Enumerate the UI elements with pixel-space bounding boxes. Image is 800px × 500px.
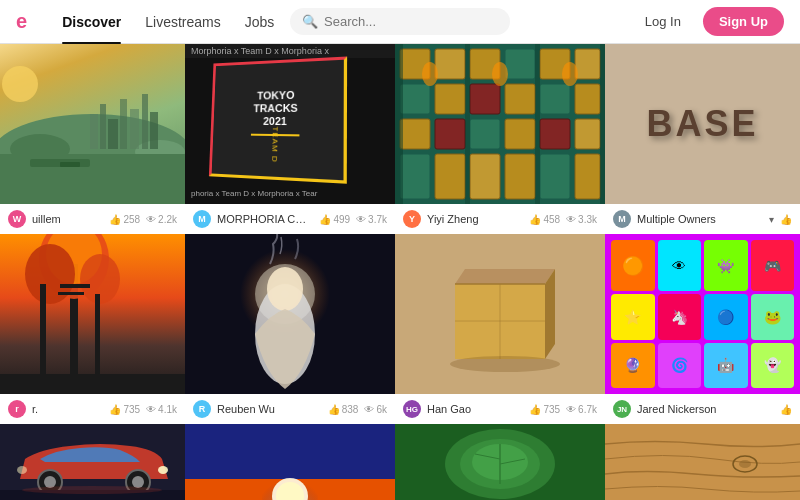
likes-stat: 👍	[780, 214, 792, 225]
card-footer-2-2: R Reuben Wu 👍 838 👁 6k	[185, 394, 395, 424]
card-footer-1-3: Y Yiyi Zheng 👍 458 👁 3.3k	[395, 204, 605, 234]
card-footer-2-4: JN Jared Nickerson 👍	[605, 394, 800, 424]
like-icon: 👍	[529, 404, 541, 415]
likes-stat: 👍 258	[109, 214, 140, 225]
logo: e	[16, 10, 26, 33]
svg-rect-10	[120, 99, 127, 149]
avatar: R	[193, 400, 211, 418]
signup-button[interactable]: Sign Up	[703, 7, 784, 36]
svg-rect-40	[465, 44, 470, 204]
svg-rect-6	[60, 162, 80, 167]
card-2-3[interactable]: HG Han Gao 👍 735 👁 6.7k	[395, 234, 605, 424]
author-name: uillem	[32, 213, 103, 225]
card-3-1[interactable]	[0, 424, 185, 500]
card-2-1[interactable]: r r. 👍 735 👁 4.1k	[0, 234, 185, 424]
svg-point-79	[22, 486, 162, 494]
card-3-2[interactable]	[185, 424, 395, 500]
avatar: HG	[403, 400, 421, 418]
card-footer-2-1: r r. 👍 735 👁 4.1k	[0, 394, 185, 424]
card-1-1[interactable]: W uillem 👍 258 👁 2.2k	[0, 44, 185, 234]
svg-rect-3	[0, 154, 185, 204]
avatar: JN	[613, 400, 631, 418]
card-2-4[interactable]: 🟠 👁 👾 🎮 ⭐ 🦄 🔵 🐸 🔮 🌀 🤖 👻 JN Jared Nickers…	[605, 234, 800, 424]
svg-marker-63	[455, 269, 555, 284]
author-name: MORPHORIA COLLECTIVE	[217, 213, 313, 225]
author-name: Reuben Wu	[217, 403, 322, 415]
like-icon: 👍	[109, 214, 121, 225]
search-input[interactable]	[324, 14, 498, 29]
card-1-3[interactable]: Y Yiyi Zheng 👍 458 👁 3.3k	[395, 44, 605, 234]
likes-stat: 👍 838	[328, 404, 359, 415]
views-stat: 👁 6k	[364, 404, 387, 415]
like-icon: 👍	[529, 214, 541, 225]
svg-rect-7	[90, 114, 98, 149]
thumbnail-architecture	[395, 44, 605, 204]
svg-rect-26	[575, 84, 600, 114]
svg-rect-36	[505, 154, 535, 199]
svg-point-45	[562, 62, 578, 86]
author-name: Jared Nickerson	[637, 403, 774, 415]
card-footer-1-2: M MORPHORIA COLLECTIVE 👍 499 👁 3.7k	[185, 204, 395, 234]
dropdown-arrow[interactable]: ▾	[769, 214, 774, 225]
card-1-4[interactable]: BASE M Multiple Owners ▾ 👍	[605, 44, 800, 234]
likes-stat: 👍 458	[529, 214, 560, 225]
svg-rect-21	[400, 84, 430, 114]
thumbnail-car	[0, 424, 185, 500]
thumbnail-leaf	[395, 424, 605, 500]
svg-rect-54	[60, 284, 90, 288]
login-button[interactable]: Log In	[633, 8, 693, 35]
nav-item-livestreams[interactable]: Livestreams	[133, 0, 232, 44]
search-icon: 🔍	[302, 14, 318, 29]
svg-rect-23	[470, 84, 500, 114]
thumbnail-album: Morphoria x Team D x Morphoria x TOKYOTR…	[185, 44, 395, 204]
thumbnail-monsters: 🟠 👁 👾 🎮 ⭐ 🦄 🔵 🐸 🔮 🌀 🤖 👻	[605, 234, 800, 394]
header: e Discover Livestreams Jobs 🔍 Log In Sig…	[0, 0, 800, 44]
main-content[interactable]: W uillem 👍 258 👁 2.2k Morphoria x Team D…	[0, 44, 800, 500]
card-3-4[interactable]	[605, 424, 800, 500]
thumbnail-base: BASE	[605, 44, 800, 204]
figure-illustration	[185, 234, 395, 394]
card-3-3[interactable]	[395, 424, 605, 500]
author-name: Multiple Owners	[637, 213, 763, 225]
like-icon: 👍	[319, 214, 331, 225]
svg-rect-37	[540, 154, 570, 199]
svg-rect-22	[435, 84, 465, 114]
svg-rect-8	[100, 104, 106, 149]
svg-point-73	[44, 476, 56, 488]
avatar: Y	[403, 210, 421, 228]
svg-rect-20	[575, 49, 600, 79]
leaf-illustration	[395, 424, 605, 500]
views-stat: 👁 6.7k	[566, 404, 597, 415]
svg-rect-38	[575, 154, 600, 199]
like-icon: 👍	[328, 404, 340, 415]
card-row-1: W uillem 👍 258 👁 2.2k Morphoria x Team D…	[0, 44, 800, 234]
avatar: W	[8, 210, 26, 228]
svg-rect-29	[470, 119, 500, 149]
thumbnail-wood	[605, 424, 800, 500]
svg-point-44	[492, 62, 508, 86]
eye-icon: 👁	[356, 214, 366, 225]
card-2-2[interactable]: R Reuben Wu 👍 838 👁 6k	[185, 234, 395, 424]
thumbnail-figure	[185, 234, 395, 394]
likes-stat: 👍 735	[529, 404, 560, 415]
svg-rect-11	[130, 109, 139, 149]
svg-rect-56	[0, 374, 185, 394]
likes-stat: 👍	[780, 404, 792, 415]
svg-point-61	[267, 267, 303, 311]
eye-icon: 👁	[566, 214, 576, 225]
svg-point-94	[739, 460, 751, 468]
card-1-2[interactable]: Morphoria x Team D x Morphoria x TOKYOTR…	[185, 44, 395, 234]
like-icon: 👍	[780, 404, 792, 415]
card-row-2: r r. 👍 735 👁 4.1k	[0, 234, 800, 424]
svg-rect-16	[435, 49, 465, 79]
nav-item-discover[interactable]: Discover	[50, 0, 133, 44]
svg-rect-41	[535, 44, 540, 204]
search-bar: 🔍	[290, 8, 510, 35]
nav-item-jobs[interactable]: Jobs	[233, 0, 287, 44]
svg-rect-39	[395, 44, 403, 204]
moon-illustration	[185, 424, 395, 500]
svg-rect-27	[400, 119, 430, 149]
likes-stat: 👍 735	[109, 404, 140, 415]
nav: Discover Livestreams Jobs	[50, 0, 286, 44]
landscape-illustration	[0, 44, 185, 204]
